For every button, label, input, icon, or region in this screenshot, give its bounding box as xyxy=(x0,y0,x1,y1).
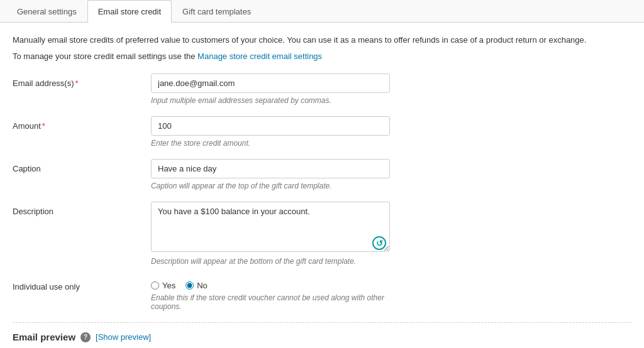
description-row: Description You have a $100 balance in y… xyxy=(13,202,631,266)
individual-use-radio-group: Yes No xyxy=(151,277,390,290)
email-address-label: Email address(s)* xyxy=(13,73,151,88)
tab-general-settings[interactable]: General settings xyxy=(6,0,87,23)
individual-use-label: Individual use only xyxy=(13,277,151,291)
amount-label: Amount* xyxy=(13,116,151,131)
description-label: Description xyxy=(13,202,151,216)
description-textarea[interactable]: You have a $100 balance in your account. xyxy=(151,202,390,252)
email-address-input[interactable] xyxy=(151,73,390,93)
email-preview-section: Email preview ? [Show preview] xyxy=(13,322,631,342)
amount-row: Amount* Enter the store credit amount. xyxy=(13,116,631,148)
manage-store-credit-link[interactable]: Manage store credit email settings xyxy=(197,52,322,61)
help-icon[interactable]: ? xyxy=(80,332,91,342)
intro-line2-text: To manage your store credit email settin… xyxy=(13,52,195,61)
email-address-hint: Input multiple email addresses separated… xyxy=(151,96,390,105)
required-star-amount: * xyxy=(42,121,45,131)
main-content: Manually email store credits of preferre… xyxy=(0,23,644,348)
individual-use-field: Yes No Enable this if the store credit v… xyxy=(151,277,390,311)
intro-line2: To manage your store credit email settin… xyxy=(13,50,631,63)
show-preview-link[interactable]: [Show preview] xyxy=(96,332,151,342)
caption-label: Caption xyxy=(13,159,151,173)
intro-line1: Manually email store credits of preferre… xyxy=(13,34,631,46)
tabs-bar: General settings Email store credit Gift… xyxy=(0,0,644,23)
description-hint: Description will appear at the bottom of… xyxy=(151,257,390,266)
description-field: You have a $100 balance in your account.… xyxy=(151,202,390,266)
radio-yes-input[interactable] xyxy=(151,281,159,290)
radio-no-option[interactable]: No xyxy=(186,281,208,290)
email-address-field: Input multiple email addresses separated… xyxy=(151,73,390,105)
caption-input[interactable] xyxy=(151,159,390,178)
caption-row: Caption Caption will appear at the top o… xyxy=(13,159,631,190)
tab-gift-card-templates[interactable]: Gift card templates xyxy=(172,0,262,23)
email-preview-title: Email preview xyxy=(13,332,75,342)
caption-field: Caption will appear at the top of the gi… xyxy=(151,159,390,190)
description-textarea-wrapper: You have a $100 balance in your account.… xyxy=(151,202,390,254)
amount-field: Enter the store credit amount. xyxy=(151,116,390,148)
email-address-row: Email address(s)* Input multiple email a… xyxy=(13,73,631,105)
radio-yes-label: Yes xyxy=(162,281,175,290)
radio-no-label: No xyxy=(197,281,208,290)
tab-email-store-credit[interactable]: Email store credit xyxy=(87,0,172,23)
radio-yes-option[interactable]: Yes xyxy=(151,281,175,290)
amount-hint: Enter the store credit amount. xyxy=(151,139,390,148)
email-preview-header: Email preview ? [Show preview] xyxy=(13,332,631,342)
individual-use-hint: Enable this if the store credit voucher … xyxy=(151,293,390,311)
radio-no-input[interactable] xyxy=(186,281,194,290)
refresh-icon[interactable]: ↺ xyxy=(372,236,386,250)
email-store-credit-form: Email address(s)* Input multiple email a… xyxy=(13,73,631,311)
amount-input[interactable] xyxy=(151,116,390,136)
required-star-email: * xyxy=(75,79,79,88)
caption-hint: Caption will appear at the top of the gi… xyxy=(151,182,390,190)
individual-use-row: Individual use only Yes No Enable this i xyxy=(13,277,631,311)
